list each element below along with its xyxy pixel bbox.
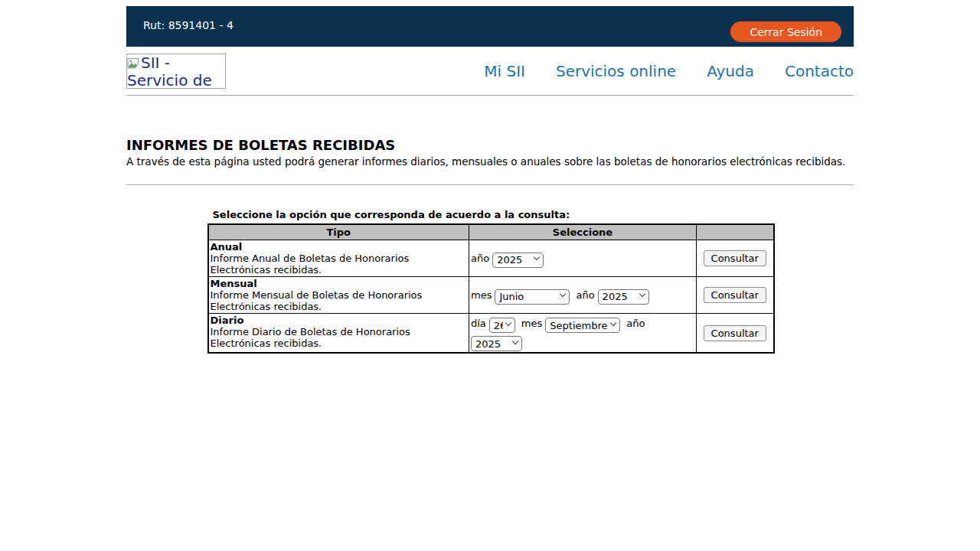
table-row: DiarioInforme Diario de Boletas de Honor… [208,314,774,354]
report-type-cell: AnualInforme Anual de Boletas de Honorar… [208,240,469,277]
header-divider [126,95,854,96]
page-title: INFORMES DE BOLETAS RECIBIDAS [126,137,854,153]
page-container: Rut: 8591401 - 4 Cerrar Sesión SII - Ser… [126,6,854,354]
content-divider [126,184,854,185]
select-wrapper: 26 [489,317,515,332]
consultar-button-mensual[interactable]: Consultar [704,287,766,303]
button-cell: Consultar [697,277,774,314]
select-wrapper: 2025 [598,288,649,303]
year-label: año [471,253,489,264]
report-type-cell: MensualInforme Mensual de Boletas de Hon… [208,277,469,314]
diario-year-select[interactable]: 2025 [471,336,522,351]
nav-servicios-online[interactable]: Servicios online [556,62,676,80]
report-table-body: AnualInforme Anual de Boletas de Honorar… [208,240,774,354]
site-header: SII - Servicio de Mi SII Servicios onlin… [126,47,854,95]
table-caption: Seleccione la opción que corresponda de … [207,209,773,221]
button-cell: Consultar [697,314,774,354]
col-header-blank [697,224,774,240]
consulta-section: Seleccione la opción que corresponda de … [207,209,773,354]
col-header-tipo: Tipo [208,224,469,240]
nav-ayuda[interactable]: Ayuda [707,62,754,80]
mensual-year-select[interactable]: 2025 [598,289,649,305]
table-header-row: Tipo Seleccione [208,224,774,240]
report-table: Tipo Seleccione AnualInforme Anual de Bo… [207,223,775,354]
report-description: Informe Anual de Boletas de Honorarios E… [211,253,410,276]
button-cell: Consultar [697,240,774,277]
year-label: año [626,318,645,329]
nav-contacto[interactable]: Contacto [785,62,854,80]
month-label: mes [471,289,492,301]
table-row: MensualInforme Mensual de Boletas de Hon… [208,277,774,314]
year-label: año [576,289,594,301]
select-wrapper: 2025 [492,251,544,266]
select-cell: mesJunioaño2025 [469,277,697,314]
select-wrapper: Septiembre [545,317,620,332]
report-type-label: Anual [211,241,243,253]
broken-image-icon [127,57,140,70]
logout-button[interactable]: Cerrar Sesión [730,21,841,42]
report-description: Informe Diario de Boletas de Honorarios … [211,326,410,349]
diario-day-select[interactable]: 26 [489,318,515,333]
day-label: día [471,318,486,329]
page-subtitle: A través de esta página usted podrá gene… [126,155,854,168]
session-topbar: Rut: 8591401 - 4 Cerrar Sesión [126,6,854,47]
month-label: mes [521,318,542,329]
col-header-seleccione: Seleccione [469,224,697,240]
select-cell: día26mesSeptiembreaño2025 [469,314,697,354]
sii-logo[interactable]: SII - Servicio de [126,54,226,89]
report-type-label: Mensual [211,278,257,289]
main-nav: Mi SII Servicios online Ayuda Contacto [484,62,854,80]
diario-month-select[interactable]: Septiembre [545,318,620,333]
rut-label: Rut: 8591401 - 4 [143,19,234,31]
report-type-cell: DiarioInforme Diario de Boletas de Honor… [208,314,469,354]
table-row: AnualInforme Anual de Boletas de Honorar… [208,240,774,277]
select-wrapper: Junio [495,288,570,303]
select-cell: año2025 [469,240,697,277]
nav-mi-sii[interactable]: Mi SII [484,62,525,80]
select-wrapper: 2025 [471,335,522,350]
anual-year-select[interactable]: 2025 [492,253,544,268]
report-type-label: Diario [211,315,244,326]
consultar-button-diario[interactable]: Consultar [704,325,766,341]
mensual-month-select[interactable]: Junio [495,289,570,305]
report-description: Informe Mensual de Boletas de Honorarios… [211,289,423,312]
consultar-button-anual[interactable]: Consultar [704,250,766,266]
